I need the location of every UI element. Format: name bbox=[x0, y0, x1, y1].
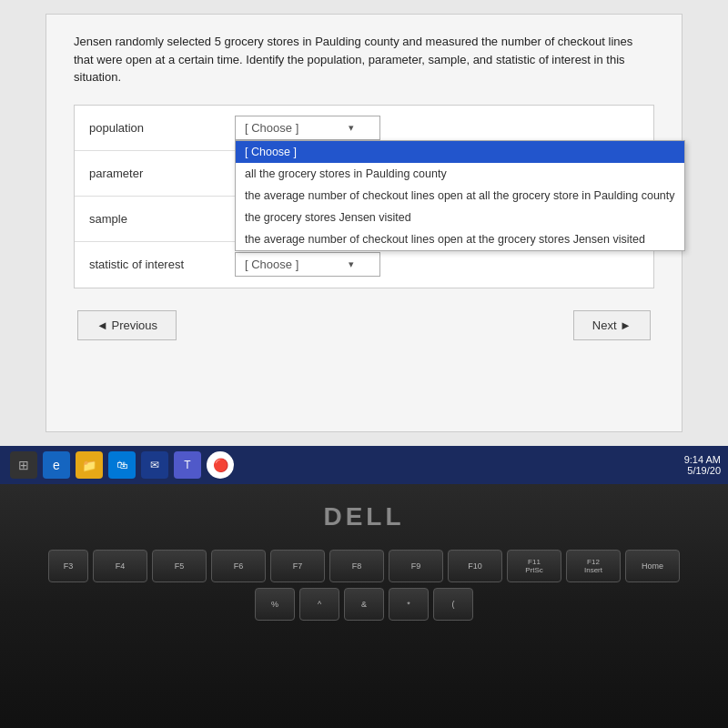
start-button[interactable]: ⊞ bbox=[10, 451, 37, 479]
label-statistic: statistic of interest bbox=[89, 258, 235, 271]
statistic-chevron-icon: ▾ bbox=[349, 258, 354, 270]
laptop-body: DELL F3 F4 F5 F6 F7 F8 F9 F10 F11PrtSc F… bbox=[0, 484, 728, 728]
key-f12[interactable]: F12Insert bbox=[566, 550, 621, 582]
population-select[interactable]: [ Choose ] ▾ [ Choose ] all the grocery … bbox=[235, 116, 380, 140]
store-icon[interactable]: 🛍 bbox=[108, 451, 136, 479]
label-parameter: parameter bbox=[89, 167, 235, 180]
key-open-paren[interactable]: ( bbox=[433, 588, 473, 621]
dell-logo: DELL bbox=[323, 502, 404, 531]
key-ampersand[interactable]: & bbox=[344, 588, 384, 621]
laptop-screen: Jensen randomly selected 5 grocery store… bbox=[0, 0, 728, 446]
browser-content: Jensen randomly selected 5 grocery store… bbox=[46, 14, 682, 432]
dropdown-item-choose[interactable]: [ Choose ] bbox=[236, 141, 684, 163]
key-f7[interactable]: F7 bbox=[270, 550, 325, 582]
key-caret[interactable]: ^ bbox=[299, 588, 339, 621]
population-chevron-icon: ▾ bbox=[349, 122, 354, 134]
previous-button[interactable]: ◄ Previous bbox=[77, 310, 177, 340]
form-row-population: population [ Choose ] ▾ [ Choose ] all t… bbox=[75, 106, 653, 151]
symbol-key-row: % ^ & * ( bbox=[9, 588, 719, 621]
dropdown-item-avg-jensen[interactable]: the average number of checkout lines ope… bbox=[236, 228, 684, 250]
population-dropdown[interactable]: [ Choose ] all the grocery stores in Pau… bbox=[235, 140, 685, 251]
taskbar: ⊞ e 📁 🛍 ✉ T 🔴 9:14 AM 5/19/20 bbox=[0, 446, 728, 484]
key-f8[interactable]: F8 bbox=[329, 550, 384, 582]
statistic-select-value: [ Choose ] bbox=[245, 258, 298, 271]
key-f9[interactable]: F9 bbox=[389, 550, 443, 582]
nav-buttons: ◄ Previous Next ► bbox=[74, 310, 654, 340]
next-button[interactable]: Next ► bbox=[573, 310, 651, 340]
dropdown-item-avg-all[interactable]: the average number of checkout lines ope… bbox=[236, 185, 684, 207]
key-f11[interactable]: F11PrtSc bbox=[507, 550, 561, 582]
population-select-box[interactable]: [ Choose ] ▾ bbox=[235, 116, 380, 140]
key-home[interactable]: Home bbox=[625, 550, 680, 582]
function-key-row: F3 F4 F5 F6 F7 F8 F9 F10 F11PrtSc F12Ins… bbox=[9, 550, 719, 582]
file-explorer-icon[interactable]: 📁 bbox=[76, 451, 103, 479]
key-f10[interactable]: F10 bbox=[448, 550, 502, 582]
dropdown-item-all-stores[interactable]: all the grocery stores in Paulding count… bbox=[236, 163, 684, 185]
key-f6[interactable]: F6 bbox=[211, 550, 266, 582]
label-sample: sample bbox=[89, 212, 235, 226]
form-area: population [ Choose ] ▾ [ Choose ] all t… bbox=[74, 105, 654, 288]
key-f3[interactable]: F3 bbox=[48, 550, 88, 582]
taskbar-time: 9:14 AM 5/19/20 bbox=[684, 454, 721, 476]
population-select-value: [ Choose ] bbox=[245, 121, 298, 135]
clock: 9:14 AM bbox=[684, 454, 721, 465]
keyboard: F3 F4 F5 F6 F7 F8 F9 F10 F11PrtSc F12Ins… bbox=[9, 550, 719, 621]
statistic-select-box[interactable]: [ Choose ] ▾ bbox=[235, 252, 380, 277]
chrome-icon[interactable]: 🔴 bbox=[207, 451, 234, 479]
question-text: Jensen randomly selected 5 grocery store… bbox=[74, 33, 654, 86]
key-asterisk[interactable]: * bbox=[389, 588, 429, 621]
key-percent[interactable]: % bbox=[255, 588, 295, 621]
key-f5[interactable]: F5 bbox=[152, 550, 207, 582]
key-f4[interactable]: F4 bbox=[93, 550, 147, 582]
label-population: population bbox=[89, 121, 235, 135]
teams-icon[interactable]: T bbox=[174, 451, 201, 479]
statistic-select[interactable]: [ Choose ] ▾ bbox=[235, 252, 380, 277]
edge-icon[interactable]: e bbox=[43, 451, 70, 479]
date: 5/19/20 bbox=[684, 465, 721, 476]
dropdown-item-jensen-stores[interactable]: the grocery stores Jensen visited bbox=[236, 207, 684, 228]
mail-icon[interactable]: ✉ bbox=[141, 451, 168, 479]
